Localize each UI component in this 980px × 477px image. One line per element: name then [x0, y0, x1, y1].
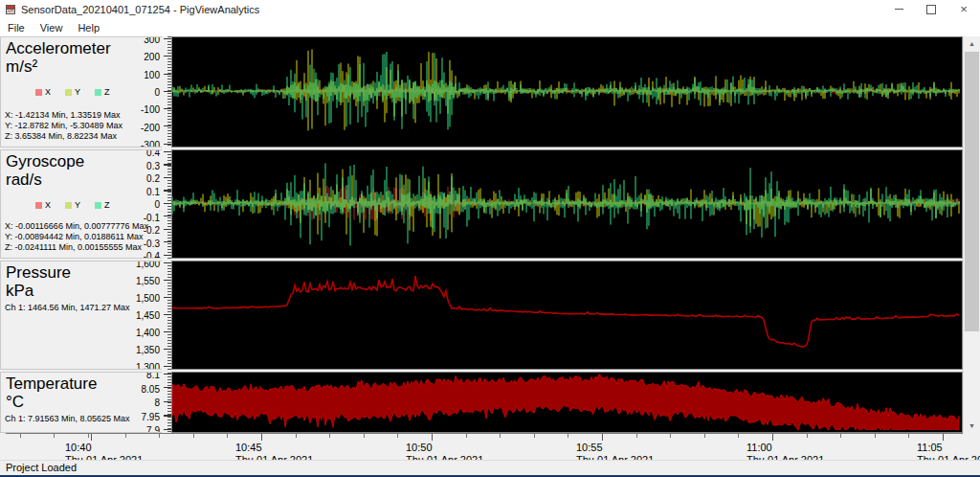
- y-axis-label: -0.1: [144, 212, 160, 222]
- y-axis-label: -100: [141, 104, 160, 115]
- y-axis-label: 1,550: [136, 276, 160, 286]
- legend-item-z: Z: [95, 87, 110, 97]
- stat-line: Y: -12.8782 Min, -5.30489 Max: [5, 121, 122, 131]
- legend-item-x: X: [35, 87, 51, 97]
- accelerometer-panel: Accelerometer m/s² XYZ X: -1.42134 Min, …: [0, 36, 963, 148]
- y-axis-label: 8: [154, 398, 160, 408]
- legend-swatch-y: [65, 89, 72, 96]
- menubar: File View Help: [0, 18, 980, 37]
- legend-label: X: [45, 87, 51, 97]
- arrow-up-icon: ▲: [969, 40, 975, 47]
- y-axis-ruler: [162, 372, 171, 433]
- scroll-up-button[interactable]: ▲: [964, 36, 980, 51]
- legend-label: X: [45, 200, 51, 210]
- legend-item-x: X: [35, 200, 51, 210]
- temperature-panel: Temperature °C Ch 1: 7.91563 Min, 8.0562…: [0, 372, 963, 433]
- legend-swatch-x: [35, 89, 42, 96]
- scrollbar-thumb[interactable]: [965, 52, 979, 331]
- y-axis-label: -300: [141, 140, 160, 148]
- y-axis-label: -0.2: [144, 225, 160, 236]
- legend-label: Y: [75, 87, 80, 97]
- gyroscope-panel: Gyroscope rad/s XYZ X: -0.00116666 Min, …: [0, 149, 963, 259]
- accelerometer-plot[interactable]: [171, 36, 963, 148]
- time-tick-time: 11:05: [917, 442, 980, 454]
- time-tick-time: 10:50: [406, 442, 483, 454]
- time-tick-time: 10:55: [576, 442, 654, 454]
- y-axis-label: -200: [141, 122, 160, 132]
- y-axis-label: 0.3: [146, 160, 160, 170]
- y-axis-label: 0.4: [146, 149, 160, 158]
- time-axis-major-ticks: [6, 434, 963, 441]
- y-axis-labels: 0.40.30.20.10-0.1-0.2-0.3-0.4: [118, 150, 160, 258]
- y-axis-label: -0.3: [144, 238, 160, 248]
- legend-label: Z: [104, 200, 110, 210]
- y-axis-label: 8.1: [146, 372, 160, 380]
- y-axis-label: 1,350: [136, 345, 160, 355]
- menu-file[interactable]: File: [0, 20, 33, 35]
- y-axis-label: 0.1: [146, 186, 160, 196]
- legend-label: Y: [75, 200, 80, 210]
- y-axis-label: 1,600: [136, 261, 160, 269]
- temperature-info-panel: Temperature °C Ch 1: 7.91563 Min, 8.0562…: [0, 372, 162, 433]
- minimize-icon: [895, 9, 903, 10]
- y-axis-label: 7.95: [142, 411, 160, 421]
- y-axis-label: 1,450: [136, 310, 160, 321]
- y-axis-label: 8.05: [142, 383, 160, 394]
- legend-swatch-z: [95, 202, 101, 209]
- y-axis-label: 1,400: [136, 328, 160, 338]
- y-axis-ruler: [162, 36, 171, 148]
- temperature-plot[interactable]: [171, 372, 963, 433]
- y-axis-label: 7.9: [146, 425, 160, 434]
- legend-item-y: Y: [65, 200, 80, 210]
- y-axis-label: 300: [144, 36, 160, 45]
- menu-view[interactable]: View: [33, 20, 71, 35]
- close-button[interactable]: ×: [947, 0, 980, 18]
- y-axis-label: 200: [144, 52, 160, 62]
- time-tick-time: 10:45: [235, 442, 313, 454]
- maximize-icon: [926, 5, 936, 14]
- stat-line: Z: 3.65384 Min, 8.82234 Max: [5, 131, 122, 142]
- y-axis-labels: 8.18.0587.957.9: [118, 373, 160, 432]
- scroll-down-button[interactable]: ▼: [964, 419, 980, 433]
- legend-item-y: Y: [65, 87, 80, 97]
- y-axis-label: 100: [144, 69, 160, 80]
- legend-swatch-y: [65, 202, 72, 209]
- time-tick-time: 11:00: [746, 442, 824, 454]
- status-bar: Project Loaded: [0, 460, 980, 476]
- gyroscope-plot[interactable]: [171, 149, 963, 259]
- y-axis-label: 1,300: [136, 362, 160, 371]
- app-icon: [5, 4, 16, 15]
- y-axis-labels: 1,6001,5501,5001,4501,4001,3501,300: [118, 261, 160, 369]
- time-axis: 10:40Thu 01 Apr 202110:45Thu 01 Apr 2021…: [0, 433, 965, 460]
- minimize-button[interactable]: [882, 0, 915, 18]
- y-axis-label: 0.2: [146, 173, 160, 184]
- y-axis-label: 1,500: [136, 293, 160, 304]
- status-text: Project Loaded: [6, 462, 77, 473]
- pressure-info-panel: Pressure kPa Ch 1: 1464.56 Min, 1471.27 …: [0, 261, 162, 370]
- y-axis-label: -0.4: [144, 251, 160, 260]
- legend-swatch-z: [95, 89, 101, 96]
- arrow-down-icon: ▼: [969, 422, 975, 429]
- gyroscope-info-panel: Gyroscope rad/s XYZ X: -0.00116666 Min, …: [0, 149, 162, 259]
- legend-item-z: Z: [95, 200, 110, 210]
- time-tick-time: 10:40: [65, 442, 143, 454]
- y-axis-ruler: [162, 261, 171, 370]
- y-axis-label: 0: [154, 87, 160, 98]
- minmax-stats: X: -1.42134 Min, 1.33519 MaxY: -12.8782 …: [1, 110, 122, 142]
- menu-help[interactable]: Help: [70, 20, 107, 35]
- y-axis-ruler: [162, 149, 171, 259]
- close-icon: ×: [960, 3, 968, 15]
- window-title: SensorData_20210401_071254 - PigViewAnal…: [21, 4, 259, 15]
- accelerometer-info-panel: Accelerometer m/s² XYZ X: -1.42134 Min, …: [0, 36, 162, 148]
- y-axis-label: 0: [154, 199, 160, 210]
- y-axis-labels: 3002001000-100-200-300: [118, 37, 160, 147]
- legend-label: Z: [104, 87, 110, 97]
- app-window: SensorData_20210401_071254 - PigViewAnal…: [0, 0, 980, 477]
- maximize-button[interactable]: [915, 0, 947, 18]
- vertical-scrollbar[interactable]: ▲ ▼: [963, 36, 980, 433]
- stat-line: X: -1.42134 Min, 1.33519 Max: [5, 110, 122, 121]
- pressure-panel: Pressure kPa Ch 1: 1464.56 Min, 1471.27 …: [0, 261, 963, 370]
- titlebar[interactable]: SensorData_20210401_071254 - PigViewAnal…: [0, 0, 980, 18]
- legend-swatch-x: [35, 202, 42, 209]
- pressure-plot[interactable]: [171, 261, 963, 370]
